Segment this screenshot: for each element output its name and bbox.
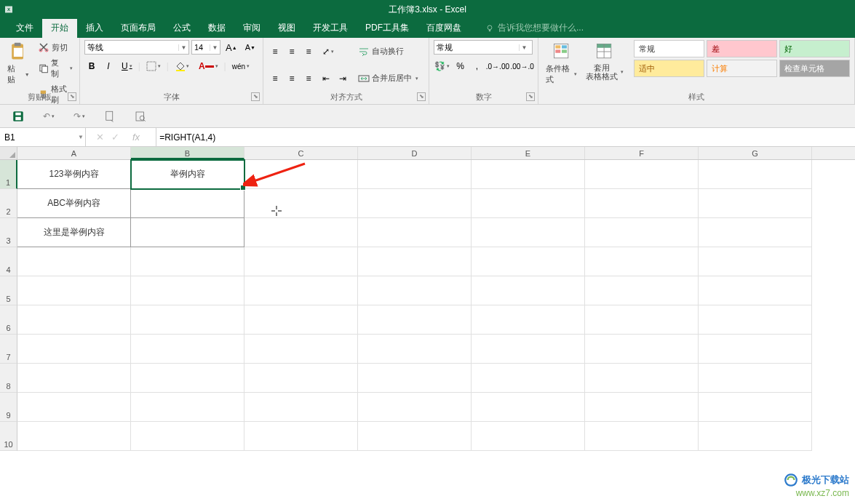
cell-F8[interactable] [585, 364, 699, 393]
cell-C4[interactable] [244, 247, 358, 276]
name-box[interactable]: ▼ [0, 128, 86, 146]
style-bad[interactable]: 差 [707, 40, 777, 57]
italic-button[interactable]: I [101, 59, 116, 73]
dec-decimal-button[interactable]: .00→.0 [511, 59, 533, 73]
style-check[interactable]: 检查单元格 [779, 60, 850, 77]
chevron-down-icon[interactable]: ▼ [178, 44, 188, 51]
style-normal[interactable]: 常规 [634, 40, 704, 57]
cell-E1[interactable] [472, 160, 585, 189]
copy-button[interactable]: 复制▾ [36, 56, 75, 81]
col-header-E[interactable]: E [472, 147, 585, 159]
cell-A5[interactable] [17, 276, 131, 305]
cell-B1[interactable]: 举例内容 [131, 160, 244, 189]
cell-C8[interactable] [244, 364, 358, 393]
tab-file[interactable]: 文件 [7, 18, 42, 38]
cell-B10[interactable] [131, 422, 244, 451]
col-header-B[interactable]: B [131, 147, 244, 159]
cell-C5[interactable] [244, 276, 358, 305]
tab-baidu[interactable]: 百度网盘 [418, 18, 470, 38]
cell-A4[interactable] [17, 247, 131, 276]
cell-E4[interactable] [472, 247, 585, 276]
row-header-7[interactable]: 7 [0, 335, 17, 364]
cell-B2[interactable] [131, 189, 244, 218]
cell-A1[interactable]: 123举例内容 [17, 160, 131, 189]
style-neutral[interactable]: 适中 [634, 60, 704, 77]
cell-C9[interactable] [244, 393, 358, 422]
bold-button[interactable]: B [84, 59, 99, 73]
indent-inc-button[interactable]: ⇥ [335, 71, 350, 86]
chevron-down-icon[interactable]: ▼ [78, 134, 84, 140]
align-middle-button[interactable]: ≡ [285, 44, 299, 59]
select-all-corner[interactable] [0, 147, 17, 159]
cell-F1[interactable] [585, 160, 699, 189]
cell-F9[interactable] [585, 393, 699, 422]
cell-D8[interactable] [358, 364, 472, 393]
style-calc[interactable]: 计算 [707, 60, 777, 77]
qat-btn-2[interactable] [132, 108, 148, 124]
percent-button[interactable]: % [453, 59, 468, 73]
cell-E8[interactable] [472, 364, 585, 393]
cell-E6[interactable] [472, 305, 585, 335]
tab-review[interactable]: 审阅 [234, 18, 269, 38]
cell-C10[interactable] [244, 422, 358, 451]
tab-view[interactable]: 视图 [269, 18, 304, 38]
save-button[interactable] [10, 108, 26, 124]
font-launcher[interactable]: ⬊ [251, 92, 260, 101]
cell-B8[interactable] [131, 364, 244, 393]
formula-input[interactable] [156, 132, 855, 143]
cell-E5[interactable] [472, 276, 585, 305]
orientation-button[interactable]: ⤢▾ [319, 44, 338, 59]
align-launcher[interactable]: ⬊ [417, 92, 426, 101]
cell-G9[interactable] [699, 393, 812, 422]
qat-btn-1[interactable] [102, 108, 118, 124]
indent-dec-button[interactable]: ⇤ [319, 71, 333, 86]
cell-G5[interactable] [699, 276, 812, 305]
cell-C6[interactable] [244, 305, 358, 335]
tab-home[interactable]: 开始 [42, 18, 77, 38]
col-header-C[interactable]: C [244, 147, 358, 159]
cell-G10[interactable] [699, 422, 812, 451]
col-header-A[interactable]: A [17, 147, 131, 159]
align-center-button[interactable]: ≡ [285, 71, 299, 86]
cell-G4[interactable] [699, 247, 812, 276]
tell-me-search[interactable]: 告诉我您想要做什么... [476, 18, 592, 38]
font-size-input[interactable] [192, 43, 210, 52]
merge-center-button[interactable]: 合并后居中▾ [356, 71, 421, 86]
cell-A6[interactable] [17, 305, 131, 335]
undo-button[interactable]: ↶ ▾ [41, 108, 57, 124]
cell-G6[interactable] [699, 305, 812, 335]
cell-D1[interactable] [358, 160, 472, 189]
cell-A9[interactable] [17, 393, 131, 422]
name-box-input[interactable] [4, 132, 63, 143]
underline-button[interactable]: U▾ [118, 59, 136, 73]
cell-B3[interactable] [131, 218, 244, 247]
row-header-5[interactable]: 5 [0, 276, 17, 305]
number-format-combo[interactable]: ▼ [434, 40, 533, 55]
align-bottom-button[interactable]: ≡ [301, 44, 316, 59]
tab-dev[interactable]: 开发工具 [304, 18, 357, 38]
fill-color-button[interactable]: ▾ [171, 59, 193, 73]
col-header-G[interactable]: G [699, 147, 812, 159]
row-header-1[interactable]: 1 [0, 160, 17, 189]
cancel-formula-button[interactable]: ✕ [96, 132, 104, 143]
cell-D5[interactable] [358, 276, 472, 305]
row-header-9[interactable]: 9 [0, 393, 17, 422]
number-launcher[interactable]: ⬊ [526, 92, 535, 101]
chevron-down-icon[interactable]: ▼ [519, 44, 529, 51]
cell-F7[interactable] [585, 335, 699, 364]
cell-D10[interactable] [358, 422, 472, 451]
currency-button[interactable]: 💱▾ [434, 59, 451, 73]
cell-E10[interactable] [472, 422, 585, 451]
row-header-4[interactable]: 4 [0, 247, 17, 276]
cell-A7[interactable] [17, 335, 131, 364]
row-header-3[interactable]: 3 [0, 218, 17, 247]
cell-A3[interactable]: 这里是举例内容 [17, 218, 131, 247]
cell-C2[interactable] [244, 189, 358, 218]
col-header-D[interactable]: D [358, 147, 472, 159]
cell-B5[interactable] [131, 276, 244, 305]
decrease-font-button[interactable]: A▼ [242, 40, 258, 55]
increase-font-button[interactable]: A▲ [223, 40, 240, 55]
row-header-6[interactable]: 6 [0, 305, 17, 335]
cell-G8[interactable] [699, 364, 812, 393]
pinyin-button[interactable]: wén▾ [228, 59, 253, 73]
